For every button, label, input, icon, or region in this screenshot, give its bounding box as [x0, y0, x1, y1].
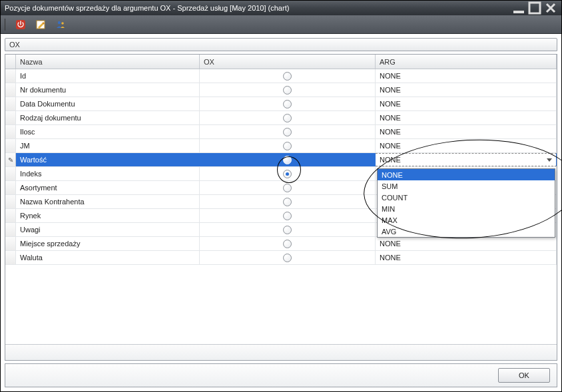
row-indicator [5, 195, 16, 208]
cell-ox[interactable] [200, 153, 376, 166]
cell-arg[interactable]: NONE [376, 153, 557, 166]
dropdown-option[interactable]: NONE [378, 169, 555, 180]
cell-ox[interactable] [200, 125, 376, 138]
svg-point-4 [58, 21, 61, 23]
cell-nazwa: Indeks [16, 167, 200, 180]
svg-rect-0 [513, 11, 524, 13]
arg-value: NONE [380, 254, 401, 262]
cell-ox[interactable] [200, 83, 376, 97]
cell-ox[interactable] [200, 251, 376, 264]
close-button[interactable] [544, 3, 557, 13]
ox-radio[interactable] [283, 170, 292, 178]
dropdown-option[interactable]: SUM [378, 180, 555, 192]
grid-header: Nazwa OX ARG [5, 55, 557, 69]
row-indicator [5, 69, 16, 83]
row-indicator [5, 167, 16, 180]
table-row[interactable]: Rodzaj dokumentuNONE [5, 111, 557, 125]
table-row[interactable]: Data DokumentuNONE [5, 97, 557, 111]
ok-button-label: OK [519, 371, 529, 379]
cell-arg[interactable]: NONE [376, 111, 557, 124]
cell-ox[interactable] [200, 111, 376, 124]
row-indicator [5, 139, 16, 152]
table-row[interactable]: Miejsce sprzedażyNONE [5, 237, 557, 251]
dropdown-option[interactable]: MAX [378, 214, 555, 226]
ox-radio[interactable] [283, 86, 292, 95]
cell-nazwa: Id [16, 69, 200, 83]
arg-dropdown[interactable]: NONESUMCOUNTMINMAXAVG [377, 168, 555, 238]
cell-nazwa: JM [16, 139, 200, 152]
ox-radio[interactable] [283, 198, 292, 206]
cell-ox[interactable] [200, 181, 376, 194]
window-title: Pozycje dokumentów sprzedaży dla argumen… [5, 4, 509, 12]
table-row[interactable]: JMNONE [5, 139, 557, 153]
cell-nazwa: Miejsce sprzedaży [16, 237, 200, 250]
ox-radio[interactable] [283, 72, 292, 81]
ox-radio[interactable] [283, 184, 292, 192]
table-row[interactable]: ✎WartośćNONE [5, 153, 557, 167]
row-indicator [5, 111, 16, 124]
note-icon[interactable] [33, 17, 48, 32]
dropdown-option[interactable]: AVG [378, 226, 555, 237]
toolbar [1, 15, 561, 34]
cell-nazwa: Rodzaj dokumentu [16, 111, 200, 124]
users-icon[interactable] [53, 17, 68, 32]
cell-ox[interactable] [200, 97, 376, 110]
arg-value: NONE [380, 100, 401, 108]
ox-radio[interactable] [283, 156, 292, 164]
ox-radio[interactable] [283, 128, 292, 136]
cell-ox[interactable] [200, 195, 376, 208]
cell-ox[interactable] [200, 237, 376, 250]
ox-radio[interactable] [283, 114, 292, 122]
tab-label: OX [9, 41, 20, 49]
ox-radio[interactable] [283, 212, 292, 220]
cell-arg[interactable]: NONE [376, 139, 557, 152]
ox-radio[interactable] [283, 226, 292, 234]
app-window: Pozycje dokumentów sprzedaży dla argumen… [0, 0, 562, 392]
ox-radio[interactable] [283, 254, 292, 262]
row-indicator [5, 181, 16, 194]
column-ox[interactable]: OX [200, 55, 376, 69]
cell-arg[interactable]: NONE [376, 97, 557, 110]
cell-ox[interactable] [200, 167, 376, 180]
cell-arg[interactable]: NONE [376, 125, 557, 138]
row-indicator [5, 97, 16, 110]
cell-nazwa: Asortyment [16, 181, 200, 194]
power-icon[interactable] [13, 17, 28, 32]
cell-ox[interactable] [200, 209, 376, 222]
grid-footer [5, 344, 557, 360]
dropdown-option[interactable]: COUNT [378, 192, 555, 203]
svg-point-5 [61, 22, 64, 25]
column-nazwa[interactable]: Nazwa [16, 55, 200, 69]
cell-arg[interactable]: NONE [376, 83, 557, 97]
maximize-button[interactable] [528, 3, 541, 13]
toolbar-separator [5, 19, 5, 31]
cell-ox[interactable] [200, 223, 376, 236]
ox-radio[interactable] [283, 142, 292, 150]
cell-ox[interactable] [200, 69, 376, 83]
cell-arg[interactable]: NONE [376, 251, 557, 264]
dropdown-option[interactable]: MIN [378, 203, 555, 214]
chevron-down-icon[interactable] [547, 158, 552, 162]
cell-nazwa: Nazwa Kontrahenta [16, 195, 200, 208]
table-row[interactable]: IdNONE [5, 69, 557, 83]
cell-nazwa: Rynek [16, 209, 200, 222]
ok-button[interactable]: OK [498, 368, 550, 383]
bottom-bar: OK [5, 363, 557, 387]
cell-arg[interactable]: NONE [376, 69, 557, 83]
table-row[interactable]: IloscNONE [5, 125, 557, 139]
column-arg[interactable]: ARG [376, 55, 557, 69]
svg-rect-1 [529, 3, 540, 13]
data-grid: Nazwa OX ARG IdNONENr dokumentuNONEData … [5, 54, 557, 361]
tab-ox[interactable]: OX [5, 38, 557, 51]
row-indicator [5, 209, 16, 222]
cell-ox[interactable] [200, 139, 376, 152]
ox-radio[interactable] [283, 240, 292, 248]
arg-value: NONE [380, 142, 401, 150]
ox-radio[interactable] [283, 100, 292, 108]
table-row[interactable]: Nr dokumentuNONE [5, 83, 557, 97]
cell-arg[interactable]: NONE [376, 237, 557, 250]
table-row[interactable]: WalutaNONE [5, 251, 557, 265]
content-area: OX Nazwa OX ARG IdNONENr dokumentuNONEDa… [1, 34, 561, 391]
column-indicator [5, 55, 16, 69]
minimize-button[interactable] [512, 3, 525, 13]
